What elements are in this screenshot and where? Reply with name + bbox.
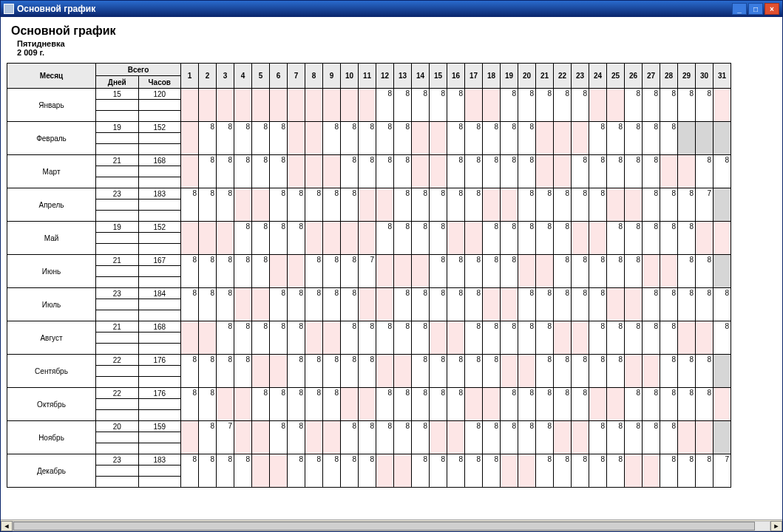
day-cell[interactable] [430,421,447,454]
day-cell[interactable]: 8 [572,288,589,321]
day-cell[interactable] [305,89,323,122]
day-cell[interactable]: 8 [430,222,447,255]
day-cell[interactable]: 8 [501,155,518,188]
day-cell[interactable]: 8 [501,321,518,355]
day-cell[interactable] [447,222,465,255]
day-cell[interactable]: 8 [412,222,430,255]
day-cell[interactable]: 8 [678,288,696,321]
day-cell[interactable]: 8 [341,454,359,488]
day-cell[interactable] [305,155,323,188]
day-cell[interactable]: 8 [696,355,713,388]
day-cell[interactable]: 8 [394,321,412,355]
day-cell[interactable]: 8 [394,89,412,122]
day-cell[interactable]: 8 [518,188,536,222]
day-cell[interactable]: 8 [394,188,412,222]
day-cell[interactable] [465,89,483,122]
day-cell[interactable] [554,122,572,155]
day-cell[interactable]: 8 [270,288,288,321]
day-cell[interactable]: 8 [288,188,305,222]
day-cell[interactable] [252,421,270,454]
day-cell[interactable]: 8 [625,421,643,454]
day-cell[interactable]: 8 [447,122,465,155]
day-cell[interactable] [359,288,376,321]
day-cell[interactable] [501,454,518,488]
day-cell[interactable]: 8 [536,188,554,222]
day-cell[interactable]: 8 [288,321,305,355]
day-cell[interactable]: 8 [660,321,678,355]
day-cell[interactable]: 8 [643,155,660,188]
day-cell[interactable]: 8 [412,188,430,222]
day-cell[interactable] [305,321,323,355]
day-cell[interactable]: 8 [341,288,359,321]
day-cell[interactable] [270,454,288,488]
day-cell[interactable] [607,89,625,122]
day-cell[interactable]: 8 [217,288,234,321]
day-cell[interactable] [288,122,305,155]
day-cell[interactable]: 8 [181,355,199,388]
day-cell[interactable]: 8 [430,388,447,421]
day-cell[interactable]: 7 [359,255,376,288]
day-cell[interactable] [536,155,554,188]
day-cell[interactable]: 8 [554,255,572,288]
day-cell[interactable]: 8 [660,222,678,255]
day-cell[interactable] [199,89,217,122]
day-cell[interactable] [607,288,625,321]
day-cell[interactable]: 8 [359,321,376,355]
day-cell[interactable]: 8 [252,255,270,288]
day-cell[interactable]: 8 [359,122,376,155]
day-cell[interactable] [252,89,270,122]
day-cell[interactable]: 8 [678,454,696,488]
day-cell[interactable]: 8 [572,388,589,421]
day-cell[interactable]: 7 [713,454,731,488]
day-cell[interactable] [341,388,359,421]
day-cell[interactable] [643,355,660,388]
day-cell[interactable] [376,255,394,288]
day-cell[interactable] [501,188,518,222]
day-cell[interactable]: 8 [447,454,465,488]
day-cell[interactable]: 8 [199,388,217,421]
day-cell[interactable]: 8 [288,421,305,454]
day-cell[interactable]: 8 [270,188,288,222]
day-cell[interactable]: 8 [412,355,430,388]
day-cell[interactable]: 8 [589,255,607,288]
day-cell[interactable]: 8 [465,255,483,288]
day-cell[interactable]: 8 [572,454,589,488]
day-cell[interactable]: 8 [572,255,589,288]
day-cell[interactable]: 8 [181,454,199,488]
day-cell[interactable]: 8 [376,222,394,255]
day-cell[interactable]: 8 [678,255,696,288]
day-cell[interactable] [199,222,217,255]
day-cell[interactable] [589,89,607,122]
day-cell[interactable]: 8 [181,388,199,421]
day-cell[interactable]: 8 [483,454,501,488]
day-cell[interactable]: 8 [607,255,625,288]
day-cell[interactable] [554,155,572,188]
day-cell[interactable]: 8 [536,421,554,454]
day-cell[interactable] [412,155,430,188]
day-cell[interactable]: 8 [394,288,412,321]
day-cell[interactable] [181,421,199,454]
day-cell[interactable]: 8 [660,454,678,488]
day-cell[interactable] [288,155,305,188]
day-cell[interactable]: 8 [607,122,625,155]
day-cell[interactable]: 8 [234,255,252,288]
day-cell[interactable]: 8 [643,89,660,122]
day-cell[interactable] [678,155,696,188]
day-cell[interactable]: 8 [217,255,234,288]
day-cell[interactable]: 8 [430,355,447,388]
day-cell[interactable] [181,122,199,155]
day-cell[interactable] [359,188,376,222]
day-cell[interactable]: 8 [554,89,572,122]
day-cell[interactable]: 8 [501,89,518,122]
day-cell[interactable] [572,222,589,255]
day-cell[interactable]: 8 [199,188,217,222]
day-cell[interactable] [696,321,713,355]
day-cell[interactable]: 8 [305,255,323,288]
day-cell[interactable]: 8 [341,155,359,188]
day-cell[interactable]: 8 [678,388,696,421]
day-cell[interactable]: 8 [288,454,305,488]
day-cell[interactable]: 8 [341,421,359,454]
day-cell[interactable] [447,421,465,454]
day-cell[interactable] [678,421,696,454]
day-cell[interactable] [252,454,270,488]
